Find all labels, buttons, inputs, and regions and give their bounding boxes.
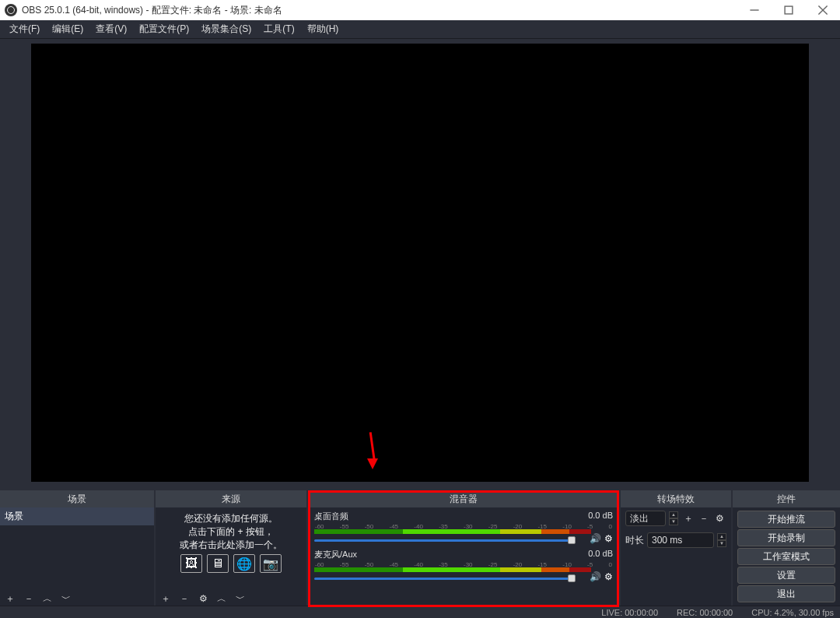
menu-file[interactable]: 文件(F) xyxy=(3,20,46,38)
transitions-header[interactable]: 转场特效 xyxy=(621,490,731,507)
start-streaming-button[interactable]: 开始推流 xyxy=(737,511,835,528)
image-source-icon[interactable]: 🖼 xyxy=(180,554,202,573)
preview-area xyxy=(0,39,840,490)
sources-list[interactable]: 您还没有添加任何源。 点击下面的 + 按钮， 或者右击此处添加一个。 🖼 🖥 🌐… xyxy=(156,507,306,590)
duration-spinner[interactable]: ▲▼ xyxy=(717,533,726,547)
source-type-icons: 🖼 🖥 🌐 📷 xyxy=(156,554,306,573)
mixer-header[interactable]: 混音器 xyxy=(308,490,619,507)
camera-source-icon[interactable]: 📷 xyxy=(260,554,282,573)
minus-icon[interactable]: － xyxy=(22,592,36,606)
channel-name: 麦克风/Aux xyxy=(314,549,357,560)
status-live: LIVE: 00:00:00 xyxy=(601,608,658,617)
transition-select-spinner[interactable]: ▲▼ xyxy=(669,511,678,525)
obs-app-icon xyxy=(5,4,17,16)
scenes-header[interactable]: 场景 xyxy=(0,490,154,507)
transitions-panel: 转场特效 淡出 ▲▼ ＋ － ⚙ 时长 300 ms ▲▼ xyxy=(621,490,731,607)
controls-header[interactable]: 控件 xyxy=(733,490,840,507)
duration-label: 时长 xyxy=(625,534,644,547)
mixer-channel-desktop: 桌面音频 0.0 dB -60-55-50-45-40-35-30-25-20-… xyxy=(308,507,619,546)
chevron-up-icon[interactable]: ︿ xyxy=(215,592,229,606)
window-controls xyxy=(737,0,840,20)
display-source-icon[interactable]: 🖥 xyxy=(207,554,229,573)
start-recording-button[interactable]: 开始录制 xyxy=(737,529,835,546)
chevron-up-icon[interactable]: ︿ xyxy=(40,592,54,606)
status-cpu: CPU: 4.2%, 30.00 fps xyxy=(751,608,834,617)
mixer-body: 桌面音频 0.0 dB -60-55-50-45-40-35-30-25-20-… xyxy=(308,507,619,607)
minus-icon[interactable]: － xyxy=(177,592,191,606)
volume-slider[interactable] xyxy=(314,574,574,582)
channel-level: 0.0 dB xyxy=(588,549,613,560)
scenes-toolbar: ＋ － ︿ ﹀ xyxy=(0,590,154,607)
volume-slider[interactable] xyxy=(314,536,574,544)
transitions-body: 淡出 ▲▼ ＋ － ⚙ 时长 300 ms ▲▼ xyxy=(621,507,731,607)
gear-icon[interactable]: ⚙ xyxy=(604,571,613,582)
preview-canvas[interactable] xyxy=(31,44,809,482)
menu-edit[interactable]: 编辑(E) xyxy=(46,20,89,38)
menu-profile[interactable]: 配置文件(P) xyxy=(133,20,195,38)
chevron-down-icon[interactable]: ﹀ xyxy=(233,592,247,606)
maximize-button[interactable] xyxy=(772,0,806,20)
transition-selected-value: 淡出 xyxy=(630,512,649,525)
sources-empty-line2: 点击下面的 + 按钮， xyxy=(159,525,303,539)
plus-icon[interactable]: ＋ xyxy=(681,511,695,525)
bottom-panels: 场景 场景 ＋ － ︿ ﹀ 来源 您还没有添加任何源。 点击下面的 + 按钮， … xyxy=(0,490,840,607)
plus-icon[interactable]: ＋ xyxy=(3,592,17,606)
scenes-panel: 场景 场景 ＋ － ︿ ﹀ xyxy=(0,490,154,607)
minimize-button[interactable] xyxy=(737,0,772,20)
menu-help[interactable]: 帮助(H) xyxy=(301,20,345,38)
speaker-icon[interactable]: 🔊 xyxy=(590,533,601,544)
duration-value: 300 ms xyxy=(652,535,682,546)
menu-tools[interactable]: 工具(T) xyxy=(257,20,300,38)
scenes-list[interactable]: 场景 xyxy=(0,507,154,590)
mixer-panel: 混音器 桌面音频 0.0 dB -60-55-50-45-40-35-30-25… xyxy=(308,490,619,607)
mixer-channel-mic: 麦克风/Aux 0.0 dB -60-55-50-45-40-35-30-25-… xyxy=(308,546,619,584)
sources-empty-text: 您还没有添加任何源。 点击下面的 + 按钮， 或者右击此处添加一个。 xyxy=(156,507,306,553)
sources-toolbar: ＋ － ⚙ ︿ ﹀ xyxy=(156,590,306,607)
studio-mode-button[interactable]: 工作室模式 xyxy=(737,548,835,565)
menu-scene-collection[interactable]: 场景集合(S) xyxy=(195,20,257,38)
speaker-icon[interactable]: 🔊 xyxy=(590,571,601,582)
menu-view[interactable]: 查看(V) xyxy=(89,20,133,38)
statusbar: LIVE: 00:00:00 REC: 00:00:00 CPU: 4.2%, … xyxy=(0,606,840,618)
controls-body: 开始推流 开始录制 工作室模式 设置 退出 xyxy=(733,507,840,607)
chevron-down-icon[interactable]: ﹀ xyxy=(59,592,73,606)
browser-source-icon[interactable]: 🌐 xyxy=(233,554,255,573)
svg-rect-1 xyxy=(785,6,793,14)
minus-icon[interactable]: － xyxy=(697,511,711,525)
audio-meter: -60-55-50-45-40-35-30-25-20-15-10-50 xyxy=(314,561,613,572)
audio-meter: -60-55-50-45-40-35-30-25-20-15-10-50 xyxy=(314,523,613,534)
gear-icon[interactable]: ⚙ xyxy=(712,511,726,525)
sources-panel: 来源 您还没有添加任何源。 点击下面的 + 按钮， 或者右击此处添加一个。 🖼 … xyxy=(156,490,306,607)
sources-empty-line3: 或者右击此处添加一个。 xyxy=(159,539,303,552)
application-menubar: 文件(F) 编辑(E) 查看(V) 配置文件(P) 场景集合(S) 工具(T) … xyxy=(0,20,840,39)
transition-select[interactable]: 淡出 xyxy=(625,511,666,526)
gear-icon[interactable]: ⚙ xyxy=(196,592,210,606)
scene-item[interactable]: 场景 xyxy=(0,507,154,525)
sources-header[interactable]: 来源 xyxy=(156,490,306,507)
close-button[interactable] xyxy=(806,0,840,20)
window-title: OBS 25.0.1 (64-bit, windows) - 配置文件: 未命名… xyxy=(22,4,282,17)
status-rec: REC: 00:00:00 xyxy=(677,608,733,617)
duration-input[interactable]: 300 ms xyxy=(647,532,714,548)
channel-level: 0.0 dB xyxy=(588,511,613,522)
settings-button[interactable]: 设置 xyxy=(737,567,835,584)
plus-icon[interactable]: ＋ xyxy=(159,592,173,606)
sources-empty-line1: 您还没有添加任何源。 xyxy=(159,512,303,525)
window-titlebar: OBS 25.0.1 (64-bit, windows) - 配置文件: 未命名… xyxy=(0,0,840,20)
controls-panel: 控件 开始推流 开始录制 工作室模式 设置 退出 xyxy=(733,490,840,607)
gear-icon[interactable]: ⚙ xyxy=(604,533,613,544)
channel-name: 桌面音频 xyxy=(314,511,348,522)
exit-button[interactable]: 退出 xyxy=(737,585,835,602)
